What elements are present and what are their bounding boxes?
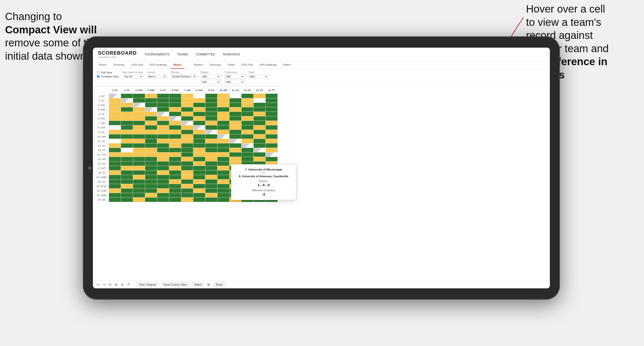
conference-select1[interactable]: (All) — [224, 74, 245, 79]
matrix-cell[interactable] — [157, 148, 169, 152]
matrix-cell[interactable] — [157, 125, 169, 130]
matrix-cell[interactable] — [169, 125, 181, 130]
matrix-cell[interactable] — [109, 134, 121, 139]
tab-h2h-grid1[interactable]: H2H Grid — [128, 61, 146, 69]
matrix-cell[interactable] — [133, 103, 145, 107]
share-button[interactable]: Share — [213, 282, 225, 287]
matrix-cell[interactable] — [217, 94, 229, 98]
matrix-cell[interactable] — [121, 180, 133, 184]
matrix-cell[interactable] — [242, 148, 254, 152]
matrix-cell[interactable] — [205, 139, 217, 143]
matrix-cell[interactable] — [217, 161, 229, 166]
matrix-cell[interactable] — [169, 130, 181, 134]
matrix-cell[interactable] — [193, 94, 205, 98]
matrix-cell[interactable] — [181, 143, 193, 148]
matrix-cell[interactable] — [266, 134, 278, 139]
matrix-cell[interactable] — [217, 148, 229, 152]
matrix-cell[interactable] — [229, 152, 242, 157]
matrix-cell[interactable] — [205, 157, 217, 161]
matrix-cell[interactable] — [193, 139, 205, 143]
matrix-cell[interactable] — [157, 121, 169, 125]
matrix-cell[interactable] — [205, 112, 217, 116]
gender-select[interactable]: Men's — [147, 74, 167, 79]
matrix-cell[interactable] — [157, 107, 169, 112]
matrix-cell[interactable] — [109, 193, 121, 198]
matrix-cell[interactable] — [157, 98, 169, 103]
matrix-cell[interactable] — [145, 143, 157, 148]
matrix-cell[interactable] — [145, 112, 157, 116]
matrix-cell[interactable] — [145, 130, 157, 134]
matrix-cell[interactable] — [145, 157, 157, 161]
matrix-cell[interactable] — [169, 94, 181, 98]
matrix-cell[interactable] — [133, 161, 145, 166]
matrix-cell[interactable] — [193, 193, 205, 198]
matrix-cell[interactable] — [193, 184, 205, 189]
matrix-cell[interactable] — [205, 170, 217, 175]
tab-matrix2[interactable]: Matrix — [280, 61, 294, 69]
matrix-cell[interactable] — [145, 193, 157, 198]
matrix-cell[interactable] — [254, 107, 266, 112]
matrix-cell[interactable] — [229, 157, 242, 161]
matrix-cell[interactable] — [229, 148, 242, 152]
matrix-cell[interactable] — [157, 116, 169, 121]
matrix-cell[interactable] — [242, 134, 254, 139]
matrix-cell[interactable] — [205, 130, 217, 134]
matrix-cell[interactable] — [266, 143, 278, 148]
matrix-cell[interactable] — [217, 157, 229, 161]
matrix-cell[interactable] — [133, 125, 145, 130]
matrix-cell[interactable] — [205, 189, 217, 193]
matrix-cell[interactable] — [169, 134, 181, 139]
matrix-cell[interactable] — [169, 193, 181, 198]
matrix-cell[interactable] — [217, 189, 229, 193]
view-original-button[interactable]: View: Original — [137, 282, 158, 287]
matrix-cell[interactable] — [181, 157, 193, 161]
matrix-cell[interactable] — [193, 103, 205, 107]
matrix-cell[interactable] — [145, 180, 157, 184]
matrix-cell[interactable] — [109, 157, 121, 161]
matrix-cell[interactable] — [121, 121, 133, 125]
matrix-cell[interactable] — [133, 94, 145, 98]
matrix-cell[interactable] — [181, 134, 193, 139]
matrix-cell[interactable] — [121, 189, 133, 193]
matrix-cell[interactable] — [193, 143, 205, 148]
matrix-cell[interactable] — [193, 107, 205, 112]
matrix-cell[interactable] — [133, 184, 145, 189]
tab-h2h-heatmap2[interactable]: H2H Heatmap — [256, 61, 280, 69]
matrix-cell[interactable] — [145, 148, 157, 152]
matrix-cell[interactable] — [193, 198, 205, 202]
matrix-cell[interactable] — [254, 125, 266, 130]
matrix-cell[interactable] — [157, 198, 169, 202]
matrix-cell[interactable] — [242, 143, 254, 148]
matrix-cell[interactable] — [145, 116, 157, 121]
matrix-cell[interactable] — [121, 143, 133, 148]
matrix-cell[interactable] — [121, 166, 133, 170]
matrix-cell[interactable] — [121, 193, 133, 198]
matrix-cell[interactable] — [181, 198, 193, 202]
matrix-cell[interactable] — [109, 130, 121, 134]
matrix-cell[interactable] — [254, 139, 266, 143]
matrix-cell[interactable] — [193, 121, 205, 125]
matrix-cell[interactable] — [205, 121, 217, 125]
matrix-cell[interactable] — [145, 121, 157, 125]
matrix-cell[interactable] — [254, 148, 266, 152]
matrix-cell[interactable] — [205, 94, 217, 98]
matrix-cell[interactable] — [169, 139, 181, 143]
matrix-cell[interactable] — [217, 143, 229, 148]
matrix-cell[interactable] — [266, 130, 278, 134]
matrix-cell[interactable] — [266, 121, 278, 125]
matrix-cell[interactable] — [266, 94, 278, 98]
matrix-cell[interactable] — [217, 130, 229, 134]
matrix-cell[interactable] — [169, 166, 181, 170]
matrix-cell[interactable] — [181, 152, 193, 157]
matrix-cell[interactable] — [181, 175, 193, 180]
matrix-cell[interactable] — [109, 112, 121, 116]
matrix-cell[interactable] — [229, 130, 242, 134]
matrix-cell[interactable] — [133, 148, 145, 152]
matrix-cell[interactable] — [242, 139, 254, 143]
matrix-cell[interactable] — [169, 152, 181, 157]
matrix-cell[interactable] — [157, 112, 169, 116]
division-select[interactable]: NCAA Division I — [171, 74, 197, 79]
matrix-cell[interactable] — [133, 198, 145, 202]
matrix-cell[interactable] — [266, 157, 278, 161]
matrix-cell[interactable] — [181, 94, 193, 98]
